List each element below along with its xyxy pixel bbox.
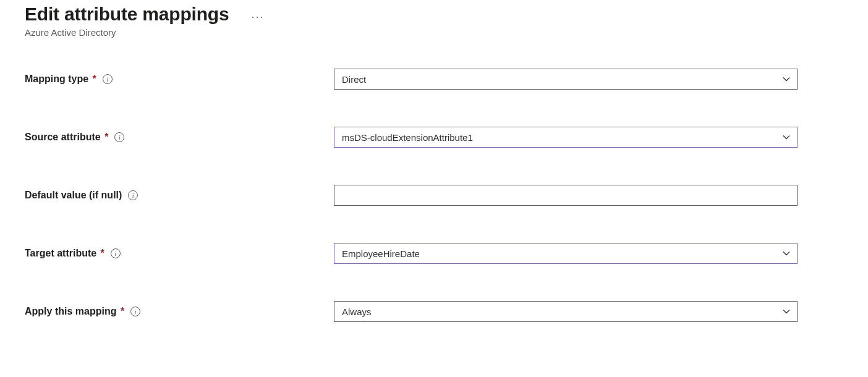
page-header: Edit attribute mappings ... Azure Active… bbox=[25, 0, 843, 38]
page-subtitle: Azure Active Directory bbox=[25, 27, 843, 38]
source-attribute-select[interactable]: msDS-cloudExtensionAttribute1 bbox=[334, 127, 798, 148]
source-attribute-label: Source attribute * bbox=[25, 132, 108, 143]
target-attribute-value: EmployeeHireDate bbox=[342, 248, 420, 259]
field-row-target-attribute: Target attribute * i EmployeeHireDate bbox=[25, 243, 843, 264]
info-icon[interactable]: i bbox=[103, 74, 113, 84]
mapping-type-value: Direct bbox=[342, 74, 366, 85]
apply-mapping-label: Apply this mapping * bbox=[25, 306, 124, 317]
default-value-input[interactable] bbox=[334, 185, 798, 206]
target-attribute-select[interactable]: EmployeeHireDate bbox=[334, 243, 798, 264]
field-row-source-attribute: Source attribute * i msDS-cloudExtension… bbox=[25, 127, 843, 148]
apply-mapping-select[interactable]: Always bbox=[334, 301, 798, 322]
field-row-mapping-type: Mapping type * i Direct bbox=[25, 69, 843, 90]
more-menu-button[interactable]: ... bbox=[247, 6, 268, 22]
page-title: Edit attribute mappings bbox=[25, 4, 229, 25]
target-attribute-label: Target attribute * bbox=[25, 248, 104, 259]
info-icon[interactable]: i bbox=[130, 307, 140, 316]
field-row-apply-mapping: Apply this mapping * i Always bbox=[25, 301, 843, 322]
mapping-type-select[interactable]: Direct bbox=[334, 69, 798, 90]
apply-mapping-value: Always bbox=[342, 307, 372, 317]
chevron-down-icon bbox=[782, 133, 791, 142]
attribute-mapping-form: Mapping type * i Direct Source attribute… bbox=[25, 69, 843, 322]
info-icon[interactable]: i bbox=[114, 132, 124, 142]
info-icon[interactable]: i bbox=[128, 190, 138, 200]
chevron-down-icon bbox=[782, 249, 791, 258]
mapping-type-label: Mapping type * bbox=[25, 74, 96, 85]
source-attribute-value: msDS-cloudExtensionAttribute1 bbox=[342, 132, 473, 143]
chevron-down-icon bbox=[782, 307, 791, 316]
field-row-default-value: Default value (if null) i bbox=[25, 185, 843, 206]
chevron-down-icon bbox=[782, 75, 791, 83]
info-icon[interactable]: i bbox=[111, 248, 121, 258]
default-value-label: Default value (if null) bbox=[25, 190, 122, 201]
